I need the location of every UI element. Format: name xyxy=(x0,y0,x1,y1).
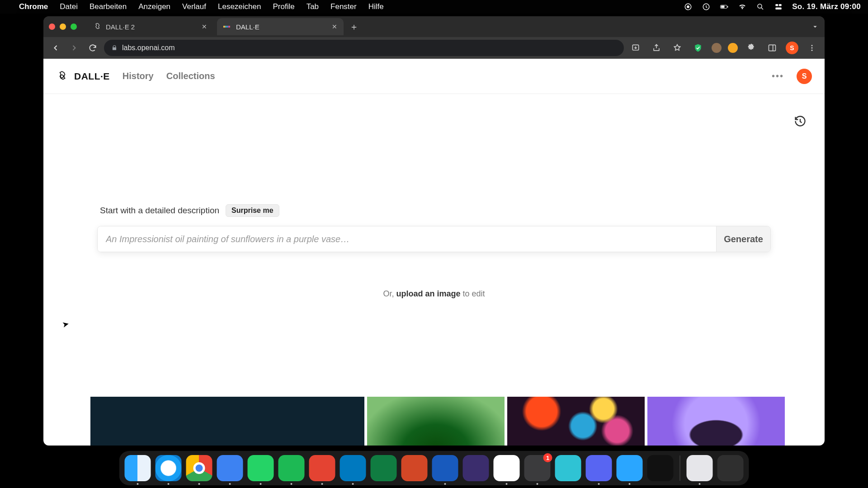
dock-app-quicktime[interactable] xyxy=(617,455,643,481)
svg-rect-12 xyxy=(227,26,229,28)
macos-dock: 1 xyxy=(119,451,749,485)
page-content: DALL·E History Collections ••• S Start w… xyxy=(43,59,825,446)
side-panel-icon[interactable] xyxy=(765,41,779,55)
dock-app-whatsapp[interactable] xyxy=(248,455,274,481)
dock-app-powerpoint[interactable] xyxy=(401,455,428,481)
dock-app-google-drive[interactable] xyxy=(494,455,520,481)
menu-verlauf[interactable]: Verlauf xyxy=(182,2,206,11)
upload-hint: Or, upload an image to edit xyxy=(383,289,485,299)
upload-link[interactable]: upload an image xyxy=(396,289,460,298)
chrome-menu-icon[interactable] xyxy=(805,41,819,55)
dock-app-voice-memos[interactable] xyxy=(647,455,674,481)
svg-rect-13 xyxy=(228,26,230,28)
minimize-window-icon[interactable] xyxy=(60,23,66,30)
gallery-item-4[interactable] xyxy=(647,397,785,446)
tab-strip: DALL·E 2 ✕ DALL·E ✕ ＋ xyxy=(43,16,825,37)
recent-history-icon[interactable] xyxy=(794,115,807,127)
chrome-window: DALL·E 2 ✕ DALL·E ✕ ＋ labs.openai.com xyxy=(43,16,825,446)
traffic-lights[interactable] xyxy=(49,23,83,30)
svg-rect-5 xyxy=(727,6,728,8)
more-menu-icon[interactable]: ••• xyxy=(772,71,784,81)
svg-point-1 xyxy=(687,5,689,8)
svg-point-16 xyxy=(811,45,813,46)
dock-app-safari[interactable] xyxy=(156,455,182,481)
screen-record-icon[interactable] xyxy=(702,2,711,11)
dock-app-spotify[interactable] xyxy=(278,455,305,481)
reload-button[interactable] xyxy=(85,41,99,55)
svg-rect-10 xyxy=(223,26,225,28)
install-app-icon[interactable] xyxy=(628,41,643,55)
menu-tab[interactable]: Tab xyxy=(307,2,319,11)
menu-anzeigen[interactable]: Anzeigen xyxy=(138,2,170,11)
app-profile-avatar[interactable]: S xyxy=(797,69,812,84)
extension-1-icon[interactable] xyxy=(712,43,722,53)
extension-2-icon[interactable] xyxy=(728,43,738,53)
menu-hilfe[interactable]: Hilfe xyxy=(368,2,384,11)
upload-suffix: to edit xyxy=(461,289,485,298)
close-window-icon[interactable] xyxy=(49,23,55,30)
back-button[interactable] xyxy=(49,41,63,55)
upload-prefix: Or, xyxy=(383,289,396,298)
new-tab-button[interactable]: ＋ xyxy=(347,20,361,33)
dock-app-chrome[interactable] xyxy=(186,455,212,481)
dalle-favicon-icon xyxy=(223,23,231,31)
prompt-input[interactable] xyxy=(98,226,716,252)
forward-button[interactable] xyxy=(67,41,81,55)
generate-button[interactable]: Generate xyxy=(716,226,770,252)
dock-app-circle[interactable] xyxy=(555,455,581,481)
dock-app-word[interactable] xyxy=(432,455,458,481)
control-center-icon[interactable] xyxy=(774,2,783,11)
menu-bearbeiten[interactable]: Bearbeiten xyxy=(90,2,127,11)
svg-point-19 xyxy=(61,75,64,78)
menu-profile[interactable]: Profile xyxy=(273,2,294,11)
menu-lesezeichen[interactable]: Lesezeichen xyxy=(218,2,261,11)
dock-app-system-settings[interactable]: 1 xyxy=(524,455,551,481)
close-tab-icon[interactable]: ✕ xyxy=(202,23,207,30)
extensions-puzzle-icon[interactable] xyxy=(744,41,759,55)
menubar-app-name[interactable]: Chrome xyxy=(19,2,48,11)
address-input[interactable]: labs.openai.com xyxy=(104,40,624,56)
tabs-dropdown-icon[interactable] xyxy=(811,23,819,31)
prompt-hint-label: Start with a detailed description xyxy=(100,206,219,216)
gallery-item-1[interactable] xyxy=(90,397,364,446)
gallery-item-3[interactable] xyxy=(507,397,645,446)
mouse-cursor-icon: ➤ xyxy=(61,319,70,330)
svg-point-17 xyxy=(811,47,813,49)
adblock-shield-icon[interactable] xyxy=(691,41,705,55)
app-brand[interactable]: DALL·E xyxy=(56,70,110,82)
svg-rect-11 xyxy=(225,26,227,28)
dock-app-finder[interactable] xyxy=(125,455,151,481)
dock-app-zoom[interactable] xyxy=(217,455,243,481)
openai-favicon-icon xyxy=(93,23,101,31)
dock-trash[interactable] xyxy=(717,455,744,481)
svg-rect-8 xyxy=(779,4,782,6)
spotlight-search-icon[interactable] xyxy=(756,2,765,11)
menu-datei[interactable]: Datei xyxy=(60,2,78,11)
svg-point-18 xyxy=(811,50,813,51)
share-icon[interactable] xyxy=(649,41,664,55)
bookmark-star-icon[interactable] xyxy=(670,41,684,55)
prompt-block: Start with a detailed description Surpri… xyxy=(97,204,771,252)
nav-history[interactable]: History xyxy=(123,71,154,81)
menu-fenster[interactable]: Fenster xyxy=(330,2,357,11)
gallery-item-2[interactable] xyxy=(367,397,505,446)
dock-app-imovie[interactable] xyxy=(463,455,489,481)
battery-icon[interactable] xyxy=(720,2,729,11)
dock-app-todoist[interactable] xyxy=(309,455,335,481)
surprise-me-button[interactable]: Surprise me xyxy=(226,204,279,217)
record-status-icon[interactable] xyxy=(684,2,693,11)
nav-collections[interactable]: Collections xyxy=(166,71,215,81)
dock-app-excel[interactable] xyxy=(371,455,397,481)
menubar-clock[interactable]: So. 19. März 09:00 xyxy=(792,2,861,11)
tab-dalle[interactable]: DALL·E ✕ xyxy=(217,18,344,35)
dock-app-preview[interactable] xyxy=(687,455,713,481)
close-tab-icon[interactable]: ✕ xyxy=(332,23,337,30)
profile-avatar[interactable]: S xyxy=(786,42,798,54)
fullscreen-window-icon[interactable] xyxy=(71,23,77,30)
svg-rect-15 xyxy=(769,45,776,51)
dock-app-discord[interactable] xyxy=(586,455,612,481)
wifi-icon[interactable] xyxy=(738,2,747,11)
dock-app-trello[interactable] xyxy=(340,455,366,481)
tab-dalle-2[interactable]: DALL·E 2 ✕ xyxy=(87,18,213,35)
macos-menubar: Chrome Datei Bearbeiten Anzeigen Verlauf… xyxy=(0,0,868,14)
